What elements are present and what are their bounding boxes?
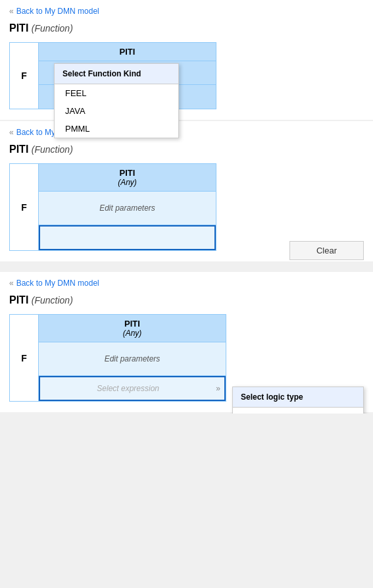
page-title-2: PITI (Function) bbox=[9, 144, 364, 155]
fn-body-2 bbox=[39, 225, 216, 250]
page-title-1: PITI (Function) bbox=[9, 22, 364, 34]
feel-option[interactable]: FEEL bbox=[55, 84, 178, 102]
fn-params-2[interactable]: Edit parameters bbox=[39, 192, 216, 225]
back-link-1[interactable]: Back to My DMN model bbox=[9, 7, 364, 16]
fn-type-3: (Any) bbox=[44, 329, 220, 338]
panel2: Back to My DMN model PITI (Function) F P… bbox=[0, 121, 373, 261]
fn-type-2: (Any) bbox=[44, 178, 211, 187]
f-label-2: F bbox=[10, 164, 39, 250]
fn-name-2: PITI bbox=[44, 168, 211, 178]
fn-name-3: PITI bbox=[44, 319, 220, 329]
literal-expression-option[interactable]: Literal expression bbox=[233, 408, 363, 414]
select-expr-label[interactable]: Select expression bbox=[40, 377, 216, 400]
f-label-3: F bbox=[10, 315, 39, 401]
fn-params-3[interactable]: Edit parameters bbox=[39, 342, 226, 376]
page-title-3: PITI (Function) bbox=[9, 294, 364, 306]
dropdown-header-3: Select logic type bbox=[233, 387, 363, 408]
function-kind-dropdown: Select Function Kind FEEL JAVA PMML bbox=[54, 63, 179, 138]
logic-type-dropdown: Select logic type Literal expression Con… bbox=[232, 387, 364, 414]
fn-body-3: Select expression » bbox=[39, 376, 226, 401]
dropdown-header-1: Select Function Kind bbox=[55, 64, 178, 84]
panel3: Back to My DMN model PITI (Function) F P… bbox=[0, 272, 373, 412]
java-option[interactable]: JAVA bbox=[55, 102, 178, 120]
fn-name-1: PITI bbox=[44, 47, 211, 57]
fn-header-3: PITI (Any) bbox=[39, 315, 226, 342]
fn-header-2: PITI (Any) bbox=[39, 164, 216, 192]
fn-table-3: F PITI (Any) Edit parameters Select expr… bbox=[9, 314, 226, 402]
fn-header-1: PITI bbox=[39, 43, 216, 61]
f-label-1: F bbox=[10, 43, 39, 109]
fn-table-2: F PITI (Any) Edit parameters bbox=[9, 163, 216, 251]
fn-right-2: PITI (Any) Edit parameters bbox=[39, 164, 216, 250]
clear-button[interactable]: Clear bbox=[289, 241, 364, 260]
clear-btn-wrapper: Clear bbox=[289, 241, 364, 260]
fn-right-3: PITI (Any) Edit parameters Select expres… bbox=[39, 315, 226, 401]
panel1: Back to My DMN model PITI (Function) F P… bbox=[0, 0, 373, 120]
pmml-option[interactable]: PMML bbox=[55, 120, 178, 138]
expand-icon[interactable]: » bbox=[216, 384, 224, 393]
back-link-3[interactable]: Back to My DMN model bbox=[9, 279, 364, 288]
